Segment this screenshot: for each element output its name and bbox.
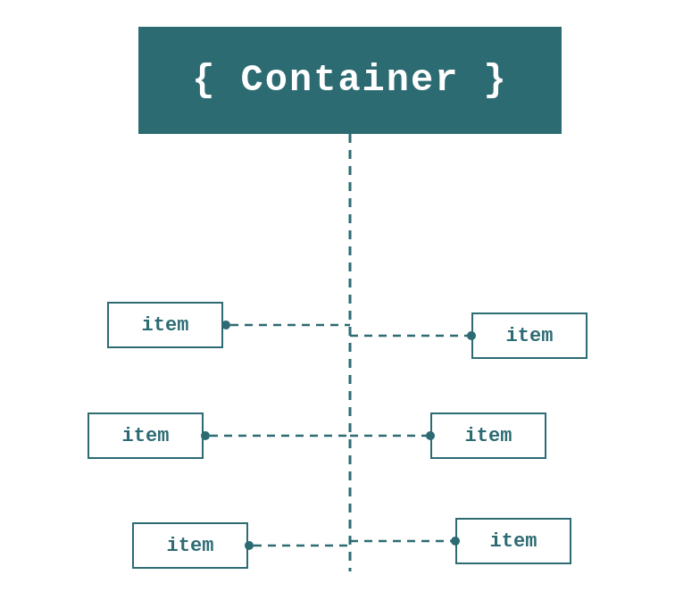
dot-right-2 (426, 431, 435, 440)
item-left-1: item (107, 302, 223, 348)
item-left-2-label: item (122, 425, 170, 447)
dot-left-3 (245, 541, 254, 550)
container-box: { Container } (138, 27, 562, 134)
item-right-1-label: item (506, 325, 554, 347)
item-right-2: item (430, 412, 546, 459)
item-right-3: item (455, 518, 571, 564)
item-right-3-label: item (490, 530, 538, 553)
dot-right-1 (467, 331, 476, 340)
item-left-2: item (88, 412, 204, 459)
item-left-1-label: item (142, 314, 189, 337)
container-label: { Container } (192, 59, 508, 102)
dot-left-1 (221, 321, 230, 329)
item-left-3: item (132, 522, 248, 569)
item-right-2-label: item (465, 425, 512, 447)
item-right-1: item (471, 312, 588, 359)
item-left-3-label: item (167, 535, 214, 557)
dot-right-3 (451, 537, 460, 546)
dot-left-2 (201, 431, 210, 440)
